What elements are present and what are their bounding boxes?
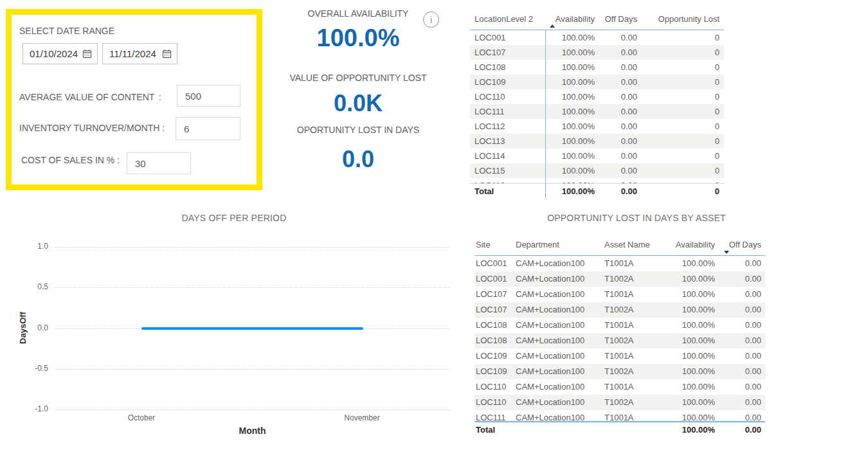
table-cell: T1001A [603,287,656,302]
calendar-icon[interactable] [162,49,172,59]
table-row[interactable]: LOC110CAM+Location100T1001A100.00%0.00 [475,379,765,395]
x-tick-label-november: November [327,413,397,422]
column-separator-line [545,30,546,199]
table-cell: 0.00 [599,45,642,60]
column-header-department[interactable]: Department [514,240,603,255]
column-header-availability[interactable]: Availability [656,240,719,255]
chart-title: DAYS OFF PER PERIOD [0,213,468,223]
table-cell: 0.00 [719,287,765,302]
table-row[interactable]: LOC108CAM+Location100T1002A100.00%0.00 [475,333,765,348]
x-axis-title: Month [55,426,450,436]
asset-table-header: Site Department Asset Name Availability … [475,237,765,256]
table-cell: 100.00% [656,348,719,364]
table-cell: 0.00 [599,104,642,119]
table-cell: LOC001 [470,30,545,45]
table-cell: 100.00% [545,119,599,134]
asset-table-title: OPPORTUNITY LOST IN DAYS BY ASSET [489,213,784,223]
table-row[interactable]: LOC116100.00%0.000 [470,178,724,183]
table-cell: 0.00 [599,60,642,75]
table-cell: 0.00 [719,348,765,364]
value-opportunity-lost-value: 0.0K [262,90,455,117]
table-row[interactable]: LOC112100.00%0.000 [470,119,724,134]
table-cell: LOC001 [475,271,514,287]
table-cell: 0.00 [599,30,642,45]
table-row[interactable]: LOC113100.00%0.000 [470,134,724,148]
table-cell: 0 [642,75,724,89]
table-cell: 0.00 [599,89,642,104]
table-row[interactable]: LOC114100.00%0.000 [470,148,724,163]
table-cell: T1001A [603,256,656,271]
table-cell: CAM+Location100 [514,318,603,333]
cost-of-sales-input[interactable] [127,152,191,174]
table-row[interactable]: LOC001CAM+Location100T1001A100.00%0.00 [475,256,765,271]
table-cell: LOC111 [475,410,514,421]
table-cell: 100.00% [656,318,719,333]
table-cell: 100.00% [545,45,599,60]
column-header-site[interactable]: Site [475,240,514,255]
table-row[interactable]: LOC115100.00%0.000 [470,163,724,178]
table-cell: T1002A [603,395,656,410]
table-cell: 100.00% [656,302,719,318]
table-cell: LOC112 [470,119,545,134]
table-row[interactable]: LOC107100.00%0.000 [470,45,724,60]
location-table-total-row: Total 100.00% 0.00 0 [470,183,724,199]
table-cell: 100.00% [545,89,599,104]
table-row[interactable]: LOC001100.00%0.000 [470,30,724,45]
dashboard: SELECT DATE RANGE 01/10/2024 11/11/2024 [0,0,868,450]
table-cell: LOC114 [470,148,545,163]
table-row[interactable]: LOC001CAM+Location100T1002A100.00%0.00 [475,271,765,287]
table-cell: 0.00 [719,302,765,318]
chart-line-daysoff[interactable] [141,327,363,330]
table-cell: 0.00 [599,75,642,89]
table-cell: 100.00% [656,395,719,410]
turnover-input[interactable] [176,117,240,140]
date-from-input[interactable]: 01/10/2024 [23,43,98,64]
table-cell: LOC109 [470,75,545,89]
sort-descending-icon [724,251,729,254]
table-row[interactable]: LOC109CAM+Location100T1002A100.00%0.00 [475,364,765,379]
table-cell: 0.00 [599,163,642,178]
table-cell: CAM+Location100 [514,395,603,410]
table-row[interactable]: LOC109100.00%0.000 [470,75,724,89]
table-cell: LOC108 [470,60,545,75]
table-cell: CAM+Location100 [514,364,603,379]
total-offdays: 0.00 [599,184,642,199]
asset-table: Site Department Asset Name Availability … [475,237,765,438]
location-table-clipped-row: LOC116100.00%0.000 [470,178,724,183]
table-cell: 0 [642,104,724,119]
total-availability: 100.00% [656,422,719,438]
location-table-body: LOC001100.00%0.000LOC107100.00%0.000LOC1… [470,30,724,178]
table-cell: 0.00 [719,379,765,395]
table-cell: T1001A [603,348,656,364]
table-row[interactable]: LOC107CAM+Location100T1001A100.00%0.00 [475,287,765,302]
column-header-assetname[interactable]: Asset Name [603,240,656,255]
table-row[interactable]: LOC109CAM+Location100T1001A100.00%0.00 [475,348,765,364]
table-row[interactable]: LOC108100.00%0.000 [470,60,724,75]
column-header-offdays[interactable]: Off Days [599,14,642,30]
table-row[interactable]: LOC111100.00%0.000 [470,104,724,119]
table-cell: 0 [642,178,724,183]
table-cell: 0 [642,163,724,178]
table-cell: LOC111 [470,104,545,119]
opportunity-lost-days-label: OPORTUNITY LOST IN DAYS [262,125,455,135]
date-to-input[interactable]: 11/11/2024 [102,43,177,64]
avg-value-input[interactable] [177,85,240,107]
table-cell: 0.00 [719,364,765,379]
table-cell: T1002A [603,333,656,348]
y-tick-label: -1.0 [20,404,48,413]
table-cell: CAM+Location100 [514,256,603,271]
column-header-opportunitylost[interactable]: Opportunity Lost [642,14,724,30]
table-row[interactable]: LOC108CAM+Location100T1001A100.00%0.00 [475,318,765,333]
table-row[interactable]: LOC110CAM+Location100T1002A100.00%0.00 [475,395,765,410]
table-cell: LOC107 [475,302,514,318]
table-row[interactable]: LOC110100.00%0.000 [470,89,724,104]
table-row[interactable]: LOC111CAM+Location100T1001A100.00%0.00 [475,410,765,421]
table-row[interactable]: LOC107CAM+Location100T1002A100.00%0.00 [475,302,765,318]
table-cell: 100.00% [545,148,599,163]
table-cell: CAM+Location100 [514,302,603,318]
column-header-locationlevel2[interactable]: LocationLevel 2 [470,14,545,30]
table-cell: 0.00 [719,318,765,333]
table-cell: 100.00% [545,104,599,119]
calendar-icon[interactable] [82,49,92,59]
gridline [55,247,450,248]
